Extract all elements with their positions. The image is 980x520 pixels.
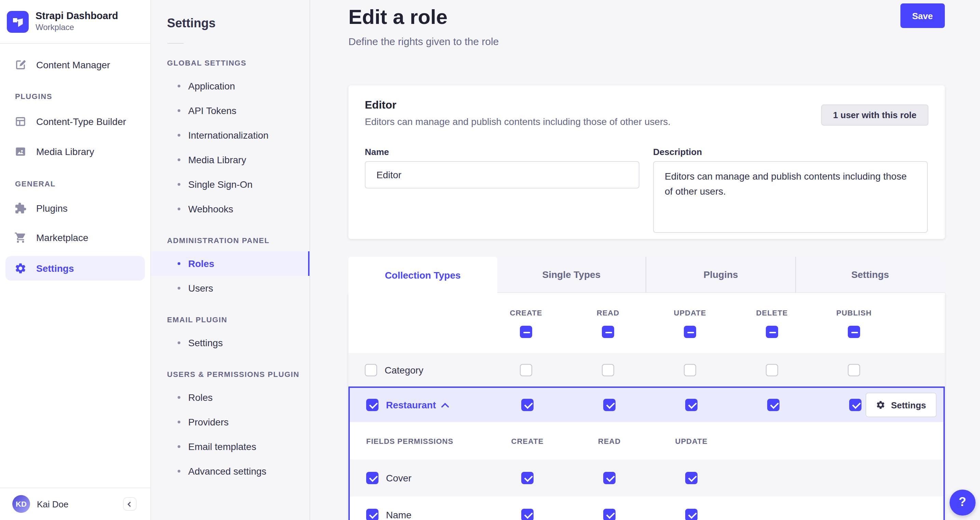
subnav-section-global-settings: GLOBAL SETTINGS xyxy=(151,59,309,67)
settings-subnav: Settings GLOBAL SETTINGS Application API… xyxy=(151,0,310,520)
select-all-update-checkbox[interactable] xyxy=(684,326,696,338)
cover-create-checkbox[interactable] xyxy=(521,472,533,484)
subnav-item-admin-roles[interactable]: Roles xyxy=(151,251,309,276)
restaurant-row-label[interactable]: Restaurant xyxy=(386,399,436,410)
column-header-publish: PUBLISH xyxy=(836,309,872,317)
permissions-panel: CREATE READ UPDATE DELETE PUBLISH Catego… xyxy=(348,293,945,520)
sidebar-item-label: Marketplace xyxy=(36,232,89,243)
users-with-role-button[interactable]: 1 user with this role xyxy=(821,105,928,126)
category-row-checkbox[interactable] xyxy=(365,364,377,376)
avatar[interactable]: KD xyxy=(12,495,30,513)
sidebar-item-label: Content Manager xyxy=(36,59,110,70)
fields-column-read: READ xyxy=(598,437,620,445)
category-create-checkbox[interactable] xyxy=(520,364,532,376)
subnav-item-up-email-templates[interactable]: Email templates xyxy=(151,434,309,459)
restaurant-settings-button[interactable]: Settings xyxy=(865,393,936,417)
subnav-title: Settings xyxy=(151,0,309,31)
restaurant-publish-checkbox[interactable] xyxy=(849,399,861,411)
sidebar-item-content-type-builder[interactable]: Content-Type Builder xyxy=(5,109,145,134)
restaurant-delete-checkbox[interactable] xyxy=(767,399,780,411)
subnav-item-api-tokens[interactable]: API Tokens xyxy=(151,99,309,123)
description-label: Description xyxy=(653,147,928,157)
subnav-section-users-permissions-plugin: USERS & PERMISSIONS PLUGIN xyxy=(151,370,309,378)
subnav-divider xyxy=(167,43,183,44)
subnav-item-up-roles[interactable]: Roles xyxy=(151,385,309,410)
strapi-logo-icon xyxy=(7,11,29,32)
content-type-builder-icon xyxy=(14,115,27,128)
subnav-item-media-library[interactable]: Media Library xyxy=(151,148,309,172)
subnav-item-email-settings[interactable]: Settings xyxy=(151,331,309,355)
sidebar-item-marketplace[interactable]: Marketplace xyxy=(5,225,145,250)
settings-gear-icon xyxy=(14,262,27,275)
category-row-label[interactable]: Category xyxy=(385,364,423,375)
sidebar-item-label: Plugins xyxy=(36,203,68,214)
tab-settings[interactable]: Settings xyxy=(795,257,945,293)
save-button[interactable]: Save xyxy=(900,3,945,28)
cover-row-checkbox[interactable] xyxy=(366,472,379,484)
sidebar-item-media-library[interactable]: Media Library xyxy=(5,139,145,164)
sidebar-section-plugins: PLUGINS xyxy=(0,92,150,100)
restaurant-update-checkbox[interactable] xyxy=(685,399,697,411)
restaurant-row-checkbox[interactable] xyxy=(366,399,379,411)
fields-permissions-header: FIELDS PERMISSIONS CREATE READ UPDATE xyxy=(350,422,943,460)
gear-icon xyxy=(876,400,885,410)
sidebar-item-settings[interactable]: Settings xyxy=(5,256,145,281)
restaurant-settings-label: Settings xyxy=(891,400,926,410)
workspace-title: Strapi Dashboard xyxy=(35,11,118,22)
subnav-item-up-providers[interactable]: Providers xyxy=(151,410,309,434)
page-subtitle: Define the rights given to the role xyxy=(348,35,499,48)
page-title: Edit a role xyxy=(348,6,499,28)
subnav-section-administration-panel: ADMINISTRATION PANEL xyxy=(151,236,309,245)
fields-permissions-title: FIELDS PERMISSIONS xyxy=(366,437,453,445)
restaurant-create-checkbox[interactable] xyxy=(521,399,533,411)
category-update-checkbox[interactable] xyxy=(684,364,696,376)
page-header: Edit a role Define the rights given to t… xyxy=(348,6,945,48)
field-row-cover: Cover xyxy=(350,460,943,496)
main-sidebar: Strapi Dashboard Workplace Content Manag… xyxy=(0,0,151,520)
sidebar-item-plugins[interactable]: Plugins xyxy=(5,196,145,221)
category-publish-checkbox[interactable] xyxy=(848,364,860,376)
cover-update-checkbox[interactable] xyxy=(685,472,697,484)
subnav-item-admin-users[interactable]: Users xyxy=(151,276,309,301)
subnav-item-single-sign-on[interactable]: Single Sign-On xyxy=(151,172,309,197)
help-button[interactable]: ? xyxy=(950,490,975,515)
permissions-header-row: CREATE READ UPDATE DELETE PUBLISH xyxy=(348,293,945,353)
sidebar-nav: Content Manager PLUGINS Content-Type Bui… xyxy=(0,44,150,487)
column-header-read: READ xyxy=(597,309,619,317)
chevron-up-icon[interactable] xyxy=(441,402,449,407)
strapi-admin-app: Strapi Dashboard Workplace Content Manag… xyxy=(0,0,980,520)
subnav-item-application[interactable]: Application xyxy=(151,74,309,99)
fields-column-create: CREATE xyxy=(511,437,544,445)
permission-row-restaurant: Restaurant Settings xyxy=(350,388,943,422)
restaurant-read-checkbox[interactable] xyxy=(603,399,616,411)
tab-collection-types[interactable]: Collection Types xyxy=(348,257,497,293)
name-row-checkbox[interactable] xyxy=(366,509,379,520)
category-read-checkbox[interactable] xyxy=(602,364,614,376)
subnav-item-up-advanced-settings[interactable]: Advanced settings xyxy=(151,459,309,483)
select-all-create-checkbox[interactable] xyxy=(520,326,532,338)
user-name: Kai Doe xyxy=(37,499,123,509)
select-all-publish-checkbox[interactable] xyxy=(848,326,860,338)
workspace-brand[interactable]: Strapi Dashboard Workplace xyxy=(0,0,150,44)
column-header-delete: DELETE xyxy=(756,309,788,317)
workspace-subtitle: Workplace xyxy=(35,23,118,33)
tab-single-types[interactable]: Single Types xyxy=(497,257,646,293)
collapse-sidebar-button[interactable] xyxy=(123,497,136,511)
name-update-checkbox[interactable] xyxy=(685,509,697,520)
cover-row-label: Cover xyxy=(386,472,412,483)
column-header-update: UPDATE xyxy=(674,309,706,317)
tab-plugins[interactable]: Plugins xyxy=(646,257,795,293)
select-all-delete-checkbox[interactable] xyxy=(766,326,778,338)
description-input[interactable]: Editors can manage and publish contents … xyxy=(653,161,928,233)
category-delete-checkbox[interactable] xyxy=(766,364,778,376)
marketplace-icon xyxy=(14,232,27,244)
select-all-read-checkbox[interactable] xyxy=(602,326,614,338)
name-read-checkbox[interactable] xyxy=(603,509,616,520)
name-input[interactable] xyxy=(365,161,640,188)
cover-read-checkbox[interactable] xyxy=(603,472,616,484)
subnav-item-internationalization[interactable]: Internationalization xyxy=(151,123,309,148)
name-create-checkbox[interactable] xyxy=(521,509,533,520)
sidebar-item-content-manager[interactable]: Content Manager xyxy=(5,52,145,77)
restaurant-expanded-section: Restaurant Settings xyxy=(348,386,945,520)
subnav-item-webhooks[interactable]: Webhooks xyxy=(151,197,309,221)
